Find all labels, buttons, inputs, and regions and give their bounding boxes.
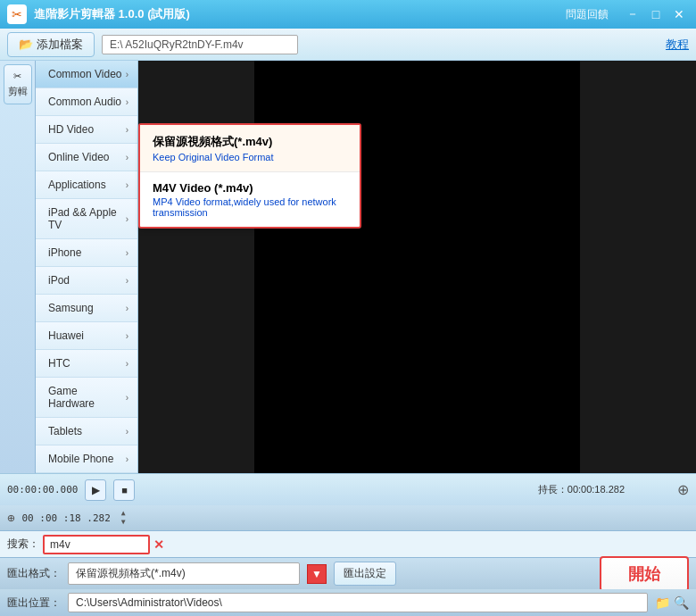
arrow-icon: › — [126, 359, 128, 369]
close-button[interactable]: ✕ — [669, 4, 689, 24]
maximize-button[interactable]: □ — [646, 4, 666, 24]
sidebar-item-applications[interactable]: Applications › — [36, 171, 137, 199]
m4v-video-desc: MP4 Video format,widely used for network… — [153, 196, 347, 218]
middle-section: ✂ 剪輯 Common Video › Common Audio › HD Vi… — [0, 61, 696, 473]
search-label: 搜索： — [7, 537, 39, 552]
sidebar-item-common-audio[interactable]: Common Audio › — [36, 88, 137, 116]
feedback-link[interactable]: 問題回饋 — [566, 7, 609, 22]
sidebar-item-game-hardware[interactable]: Game Hardware › — [36, 378, 137, 418]
arrow-icon: › — [126, 393, 128, 403]
submenu-panel: 保留源視頻格式(*.m4v) Keep Original Video Forma… — [138, 123, 361, 229]
toolbar: 📂 添加檔案 E:\ A52IuQRyR2tnDY-F.m4v 教程 — [0, 29, 696, 61]
tutorial-link[interactable]: 教程 — [666, 37, 689, 53]
sidebar-item-hd-video[interactable]: HD Video › — [36, 116, 137, 144]
sidebar-item-htc[interactable]: HTC › — [36, 350, 137, 378]
app-title: 進階影片剪輯器 1.0.0 (試用版) — [34, 6, 190, 22]
export-format-label: 匯出格式： — [7, 566, 61, 581]
arrow-icon: › — [126, 180, 128, 190]
file-path-display: E:\ A52IuQRyR2tnDY-F.m4v — [102, 35, 298, 54]
minimize-button[interactable]: － — [623, 4, 642, 24]
content-wrapper: ✂ 剪輯 Common Video › Common Audio › HD Vi… — [0, 61, 696, 616]
sidebar-item-huawei[interactable]: Huawei › — [36, 322, 137, 350]
huawei-label: Huawei — [48, 329, 84, 342]
search-input[interactable] — [43, 535, 150, 554]
play-button[interactable]: ▶ — [85, 479, 106, 501]
sidebar-item-ipod[interactable]: iPod › — [36, 267, 137, 295]
arrow-icon: › — [126, 153, 128, 162]
add-file-icon: 📂 — [19, 37, 33, 51]
scrubber-bar: ⊕ 00 :00 :18 .282 ▲ ▼ — [0, 505, 696, 530]
sidebar-item-ipad-apple-tv[interactable]: iPad && Apple TV › — [36, 199, 137, 239]
title-bar-left: ✂ 進階影片剪輯器 1.0.0 (試用版) — [7, 4, 190, 24]
output-label: 匯出位置： — [7, 595, 61, 611]
sidebar-item-mobile-phone[interactable]: Mobile Phone › — [36, 445, 137, 473]
arrow-icon: › — [126, 454, 128, 464]
sidebar-item-iphone[interactable]: iPhone › — [36, 239, 137, 267]
ipad-apple-tv-label: iPad && Apple TV — [48, 206, 126, 231]
scissors-icon: ✂ — [13, 71, 21, 82]
output-bar: 匯出位置： C:\Users\Administrator\Videos\ 📁 🔍 — [0, 589, 696, 616]
arrow-icon: › — [126, 97, 128, 107]
search-path-icon[interactable]: 🔍 — [674, 595, 689, 610]
submenu-item-keep-original[interactable]: 保留源視頻格式(*.m4v) Keep Original Video Forma… — [140, 125, 360, 172]
output-path-display: C:\Users\Administrator\Videos\ — [68, 593, 648, 612]
sidebar-item-tablets[interactable]: Tablets › — [36, 418, 137, 445]
time-code-display: 00 :00 :18 .282 — [21, 512, 110, 524]
edit-tab-label: 剪輯 — [8, 85, 28, 98]
toolbar-left: 📂 添加檔案 E:\ A52IuQRyR2tnDY-F.m4v — [7, 32, 298, 57]
keep-original-desc: Keep Original Video Format — [153, 152, 347, 162]
m4v-video-title: M4V Video (*.m4v) — [153, 181, 347, 195]
ipod-label: iPod — [48, 274, 70, 287]
split-left-icon[interactable]: ⊕ — [7, 511, 14, 525]
online-video-label: Online Video — [48, 151, 110, 163]
duration-display: 持長：00:00:18.282 — [538, 483, 625, 496]
game-hardware-label: Game Hardware — [48, 385, 126, 410]
sidebar-item-common-video[interactable]: Common Video › — [36, 61, 137, 88]
tablets-label: Tablets — [48, 425, 82, 437]
sidebar-item-online-video[interactable]: Online Video › — [36, 144, 137, 171]
arrow-icon: › — [126, 214, 128, 224]
arrow-icon: › — [126, 248, 128, 258]
samsung-label: Samsung — [48, 302, 94, 314]
iphone-label: iPhone — [48, 246, 81, 259]
edit-tab[interactable]: ✂ 剪輯 — [4, 64, 32, 104]
video-right-panel — [580, 61, 696, 473]
arrow-icon: › — [126, 276, 128, 286]
export-settings-button[interactable]: 匯出設定 — [334, 562, 396, 586]
arrow-icon: › — [126, 304, 128, 313]
format-bar: 匯出格式： 保留源視頻格式(*.m4v) ▼ 匯出設定 開始 — [0, 557, 696, 589]
format-value-display: 保留源視頻格式(*.m4v) — [68, 562, 300, 585]
title-bar: ✂ 進階影片剪輯器 1.0.0 (試用版) 問題回饋 － □ ✕ — [0, 0, 696, 29]
arrow-icon: › — [126, 427, 128, 437]
left-panel: ✂ 剪輯 — [0, 61, 36, 473]
format-dropdown-button[interactable]: ▼ — [307, 564, 327, 584]
hd-video-label: HD Video — [48, 123, 94, 136]
path-icons: 📁 🔍 — [655, 595, 689, 610]
arrow-icon: › — [126, 331, 128, 341]
search-clear-button[interactable]: ✕ — [153, 537, 164, 552]
menu-sidebar: Common Video › Common Audio › HD Video ›… — [36, 61, 138, 473]
time-spinner[interactable]: ▲ ▼ — [121, 509, 126, 527]
controls-bar: 00:00:00.000 ▶ ■ 持長：00:00:18.282 ⊕ — [0, 473, 696, 505]
start-button[interactable]: 開始 — [600, 556, 689, 592]
common-audio-label: Common Audio — [48, 96, 121, 108]
mobile-phone-label: Mobile Phone — [48, 453, 113, 465]
add-file-label: 添加檔案 — [37, 37, 83, 53]
time-spin-down[interactable]: ▼ — [121, 518, 126, 527]
keep-original-title: 保留源視頻格式(*.m4v) — [153, 134, 347, 150]
common-video-label: Common Video — [48, 68, 122, 80]
app-icon: ✂ — [7, 4, 27, 24]
time-start-display: 00:00:00.000 — [7, 484, 78, 495]
folder-icon[interactable]: 📁 — [655, 595, 670, 610]
sidebar-item-samsung[interactable]: Samsung › — [36, 295, 137, 322]
applications-label: Applications — [48, 179, 106, 191]
stop-button[interactable]: ■ — [113, 479, 135, 501]
search-bar: 搜索： ✕ — [0, 530, 696, 557]
add-file-button[interactable]: 📂 添加檔案 — [7, 32, 95, 57]
split-right-icon[interactable]: ⊕ — [677, 481, 689, 498]
htc-label: HTC — [48, 357, 70, 370]
time-spin-up[interactable]: ▲ — [121, 509, 126, 518]
arrow-icon: › — [126, 70, 128, 79]
arrow-icon: › — [126, 125, 128, 135]
submenu-item-m4v-video[interactable]: M4V Video (*.m4v) MP4 Video format,widel… — [140, 172, 360, 227]
